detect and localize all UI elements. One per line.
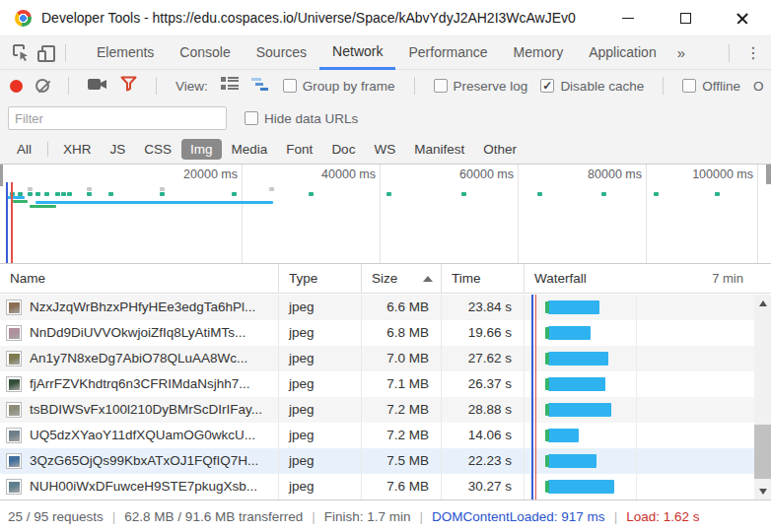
close-button[interactable] [714, 0, 771, 36]
type-filter-other[interactable]: Other [474, 139, 526, 160]
throttling-label-partial[interactable]: O [753, 79, 764, 94]
image-thumbnail-icon [6, 453, 22, 469]
table-scrollbar[interactable] [754, 295, 771, 499]
request-size: 7.6 MB [362, 474, 442, 499]
maximize-button[interactable] [657, 0, 714, 36]
screenshot-capture-button[interactable] [88, 77, 107, 96]
overview-scrollbar[interactable] [766, 165, 771, 184]
request-row[interactable]: NUH00iWxDFuwceH9STE7pkugXsb... jpeg 7.6 … [0, 474, 771, 499]
network-toolbar: View: ✓ Group by frame ✓ Preserve log ✓ … [0, 70, 771, 101]
window-title: Developer Tools - https://edu.cospaces.i… [41, 10, 576, 26]
scroll-down-button[interactable] [754, 483, 771, 499]
scroll-up-button[interactable] [754, 295, 771, 311]
triangle-up-icon [759, 300, 767, 306]
request-size: 7.2 MB [362, 397, 442, 423]
type-filter-css[interactable]: CSS [135, 139, 180, 160]
clear-button[interactable] [35, 79, 49, 93]
tab-sources[interactable]: Sources [244, 36, 319, 70]
minimize-button[interactable] [599, 0, 657, 36]
request-name: NzxJzqWrBhzxPHfyHEe3edgTa6hPl... [30, 295, 255, 320]
request-row[interactable]: UQ5dzXYaoY11dfXQUamOG0wkcU... jpeg 7.2 M… [0, 423, 771, 448]
request-row[interactable]: 3QzG65OjQs99KbxATxOJ1FQfIQ7H... jpeg 7.5… [0, 448, 771, 474]
request-row[interactable]: fjArrFZVKhdtrq6n3CFRIMdaNsjhh7... jpeg 7… [0, 371, 771, 397]
more-tabs-button[interactable]: » [669, 44, 693, 61]
load-marker [11, 182, 13, 263]
tab-performance[interactable]: Performance [395, 36, 500, 70]
request-row[interactable]: tsBDIWSvFx100l210DyBMrScDIrIFay... jpeg … [0, 397, 771, 423]
status-separator: | [420, 509, 424, 524]
request-type: jpeg [279, 423, 362, 448]
waterfall-bar [548, 454, 596, 468]
request-size: 6.8 MB [362, 320, 442, 346]
request-row[interactable]: An1y7N8xeDg7AbiO78QLuAA8Wc... jpeg 7.0 M… [0, 346, 771, 371]
request-row[interactable]: NzxJzqWrBhzxPHfyHEe3edgTa6hPl... jpeg 6.… [0, 295, 771, 320]
hide-data-urls-checkbox[interactable]: ✓ Hide data URLs [245, 111, 358, 126]
scrollbar-thumb[interactable] [754, 425, 771, 479]
request-name-cell: 3QzG65OjQs99KbxATxOJ1FQfIQ7H... [0, 448, 279, 474]
request-waterfall-cell [525, 320, 771, 346]
use-large-rows-button[interactable] [221, 77, 239, 95]
column-header-name[interactable]: Name [0, 264, 279, 294]
activity-dot [44, 192, 49, 196]
activity-dot [67, 192, 72, 196]
device-toolbar-button[interactable] [34, 40, 59, 66]
filter-input[interactable] [8, 106, 227, 130]
activity-dot [61, 192, 66, 196]
activity-dot [537, 192, 542, 196]
column-header-type[interactable]: Type [279, 264, 362, 294]
request-time: 26.37 s [442, 371, 525, 397]
column-header-waterfall[interactable]: Waterfall 7 min [525, 264, 771, 294]
type-filter-img[interactable]: Img [181, 139, 222, 160]
tab-memory[interactable]: Memory [501, 36, 577, 70]
overview-bar [35, 201, 273, 204]
filter-toggle-button[interactable] [120, 76, 137, 96]
request-name-cell: tsBDIWSvFx100l210DyBMrScDIrIFay... [0, 397, 279, 423]
overview-left-scrollbar[interactable] [0, 165, 3, 186]
type-filter-js[interactable]: JS [102, 139, 135, 160]
image-thumbnail-icon [6, 479, 22, 495]
offline-checkbox[interactable]: ✓ Offline [682, 79, 740, 94]
inspect-element-button[interactable] [8, 40, 34, 66]
activity-dot [715, 192, 720, 196]
request-waterfall-cell [525, 448, 771, 474]
network-overview[interactable]: 20000 ms40000 ms60000 ms80000 ms100000 m… [0, 165, 771, 264]
finish-time: Finish: 1.7 min [324, 509, 411, 524]
activity-dot [461, 192, 466, 196]
tab-network[interactable]: Network [319, 36, 395, 70]
request-type: jpeg [279, 448, 362, 474]
status-separator: | [312, 509, 315, 524]
request-name-cell: An1y7N8xeDg7AbiO78QLuAA8Wc... [0, 346, 279, 371]
tab-console[interactable]: Console [167, 36, 243, 70]
checkbox-box: ✓ [245, 111, 258, 125]
type-filter-all[interactable]: All [8, 139, 40, 160]
show-overview-button[interactable] [251, 77, 270, 95]
type-filter-ws[interactable]: WS [365, 139, 404, 160]
status-separator: | [614, 509, 618, 524]
record-button[interactable] [10, 80, 23, 93]
devtools-menu-button[interactable]: ⋮ [736, 43, 771, 62]
tab-application[interactable]: Application [576, 36, 669, 70]
disable-cache-checkbox[interactable]: ✓ Disable cache [540, 79, 644, 94]
activity-dot-gray [160, 187, 165, 191]
tab-elements[interactable]: Elements [84, 36, 167, 70]
load-marker [535, 295, 537, 499]
overview-tick-label: 100000 ms [692, 167, 753, 181]
overview-tick-label: 80000 ms [588, 167, 642, 181]
type-filter-media[interactable]: Media [223, 139, 277, 160]
checkbox-box: ✓ [682, 79, 696, 93]
column-header-size[interactable]: Size [362, 264, 442, 294]
overview-bar [13, 200, 28, 203]
type-filter-manifest[interactable]: Manifest [405, 139, 473, 160]
checkbox-label: Preserve log [454, 79, 528, 94]
type-filter-font[interactable]: Font [277, 139, 321, 160]
divider [68, 77, 69, 95]
request-size: 7.0 MB [362, 346, 442, 371]
request-time: 22.23 s [442, 448, 525, 474]
request-size: 7.5 MB [362, 448, 442, 474]
preserve-log-checkbox[interactable]: ✓ Preserve log [434, 79, 528, 94]
type-filter-xhr[interactable]: XHR [54, 139, 101, 160]
column-header-time[interactable]: Time [442, 264, 525, 294]
group-by-frame-checkbox[interactable]: ✓ Group by frame [283, 79, 395, 94]
type-filter-doc[interactable]: Doc [322, 139, 364, 160]
request-row[interactable]: NnDd9DiUVVOkwjoiZfIq8LyAtiMTs... jpeg 6.… [0, 320, 771, 346]
